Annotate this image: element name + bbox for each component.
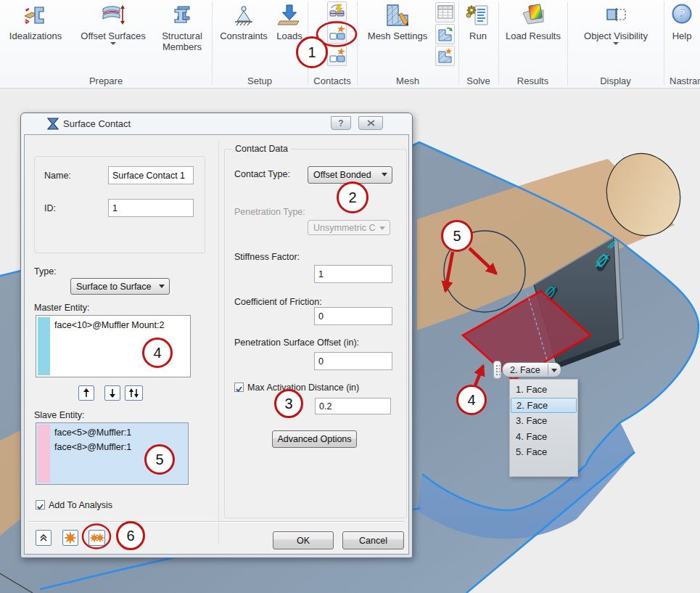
slave-entity-label: Slave Entity:	[34, 410, 84, 420]
swap-button[interactable]	[125, 385, 143, 401]
mesh-settings-icon	[361, 3, 434, 30]
penetration-type-value: Unsymmetric Co	[313, 223, 376, 233]
callout-balloon-1: 1	[296, 36, 328, 68]
add-to-analysis-checkbox[interactable]	[36, 500, 45, 510]
app-window: Idealizations Offset Surfaces	[0, 0, 700, 593]
dialog-titlebar[interactable]: Surface Contact ?	[21, 113, 412, 134]
contact-type-value: Offset Bonded	[313, 170, 371, 180]
arrow-up-icon	[83, 388, 90, 398]
collapse-button[interactable]	[36, 530, 52, 546]
chevron-up-double-icon	[39, 533, 48, 542]
move-down-button[interactable]	[104, 385, 120, 401]
dialog-close-button[interactable]	[358, 116, 383, 130]
ok-button[interactable]: OK	[273, 531, 334, 549]
object-visibility-button[interactable]: Object Visibility	[577, 1, 655, 45]
mesh-table-button[interactable]	[435, 2, 455, 23]
chevron-down-icon	[379, 226, 385, 230]
face-option-2-selected[interactable]: 2. Face	[511, 398, 577, 414]
name-input[interactable]	[108, 166, 194, 184]
ribbon: Idealizations Offset Surfaces	[0, 0, 700, 89]
run-button[interactable]: Run	[461, 1, 495, 41]
new-multiple-contacts-button[interactable]	[88, 530, 105, 546]
master-entity-item[interactable]: face<10>@Muffler Mount:2	[54, 320, 164, 330]
face-option-3[interactable]: 3. Face	[510, 413, 577, 429]
name-label: Name:	[44, 171, 71, 181]
face-cycle-selected: 2. Face	[503, 365, 540, 375]
structural-members-icon	[154, 3, 210, 30]
contact-data-label: Contact Data	[232, 144, 291, 154]
slave-entity-item[interactable]: face<8>@Muffler:1	[54, 442, 131, 452]
mesh-new-button[interactable]	[435, 46, 455, 66]
group-label-contacts: Contacts	[308, 75, 357, 86]
muffler-left-sliver[interactable]	[0, 430, 20, 536]
offset-surfaces-label: Offset Surfaces	[73, 30, 154, 41]
footer-separator	[28, 521, 405, 523]
cancel-button[interactable]: Cancel	[342, 531, 404, 549]
starburst-icon	[65, 532, 76, 544]
master-entity-label: Master Entity:	[34, 303, 89, 313]
penetration-offset-label: Penetration Surface Offset (in):	[234, 338, 359, 348]
group-label-prepare: Prepare	[0, 75, 212, 86]
manual-contact-icon-2	[329, 47, 346, 65]
mesh-update-button[interactable]	[435, 24, 455, 44]
callout-balloon-4-scene: 4	[456, 385, 487, 415]
manual-contact-button[interactable]	[327, 23, 347, 44]
face-option-4[interactable]: 4. Face	[510, 429, 577, 445]
mesh-new-icon	[437, 47, 454, 65]
ribbon-group-solve: Run Solve	[458, 0, 498, 89]
selector-grip[interactable]	[493, 361, 501, 379]
chevron-down-icon	[613, 42, 619, 45]
idealizations-button[interactable]: Idealizations	[1, 1, 70, 41]
stiffness-factor-label: Stiffness Factor:	[234, 252, 300, 262]
face-option-1[interactable]: 1. Face	[510, 382, 577, 398]
load-results-button[interactable]: Load Results	[501, 1, 565, 41]
add-to-analysis-label: Add To Analysis	[49, 500, 112, 510]
manual-contact-button-2[interactable]	[327, 46, 347, 66]
friction-label: Coefficient of Friction:	[234, 297, 322, 307]
callout-balloon-6: 6	[116, 521, 145, 550]
close-icon	[367, 120, 375, 126]
contact-data-groupbox: Contact Data	[224, 149, 407, 518]
loads-button[interactable]: Loads	[273, 1, 306, 41]
move-up-button[interactable]	[78, 385, 94, 401]
chevron-down-icon	[159, 285, 165, 288]
run-label: Run	[461, 30, 495, 41]
load-results-label: Load Results	[501, 30, 565, 41]
face-cycle-dropdown[interactable]: 2. Face	[502, 362, 561, 377]
object-visibility-label: Object Visibility	[577, 30, 655, 41]
max-activation-input[interactable]	[315, 398, 391, 414]
type-dropdown[interactable]: Surface to Surface	[70, 278, 170, 295]
advanced-options-button[interactable]: Advanced Options	[272, 430, 357, 448]
mesh-settings-button[interactable]: Mesh Settings	[361, 1, 434, 41]
id-input[interactable]	[108, 199, 194, 217]
penetration-offset-input[interactable]	[314, 352, 392, 370]
grip-dots-icon	[495, 364, 500, 376]
dialog-help-button[interactable]: ?	[331, 116, 351, 130]
structural-members-label: Structural Members	[154, 30, 210, 52]
mesh-update-icon	[437, 25, 454, 43]
max-activation-checkbox[interactable]	[234, 383, 244, 392]
help-icon: ?	[665, 3, 699, 30]
offset-surfaces-button[interactable]: Offset Surfaces	[73, 1, 154, 45]
constraints-label: Constraints	[215, 30, 273, 41]
slave-entity-item[interactable]: face<5>@Muffler:1	[54, 428, 131, 438]
help-button[interactable]: ? Help	[665, 1, 699, 41]
id-label: ID:	[44, 203, 56, 213]
ribbon-group-nastran: ? Help Nastran	[664, 0, 700, 89]
friction-input[interactable]	[314, 307, 392, 325]
auto-contacts-button[interactable]	[327, 1, 347, 22]
face-option-5[interactable]: 5. Face	[510, 444, 577, 460]
mesh-table-icon	[437, 4, 454, 21]
idealizations-icon	[1, 3, 70, 30]
type-value: Surface to Surface	[76, 282, 152, 292]
callout-balloon-3: 3	[274, 389, 303, 418]
penetration-type-dropdown: Unsymmetric Co	[308, 220, 390, 235]
constraints-button[interactable]: Constraints	[215, 1, 273, 41]
object-visibility-icon	[577, 3, 655, 30]
new-contact-button[interactable]	[62, 530, 78, 546]
slave-color-strip	[38, 425, 50, 483]
structural-members-button[interactable]: Structural Members	[154, 1, 210, 52]
load-results-icon	[501, 3, 565, 30]
help-label: Help	[665, 30, 699, 41]
stiffness-factor-input[interactable]	[314, 265, 392, 283]
